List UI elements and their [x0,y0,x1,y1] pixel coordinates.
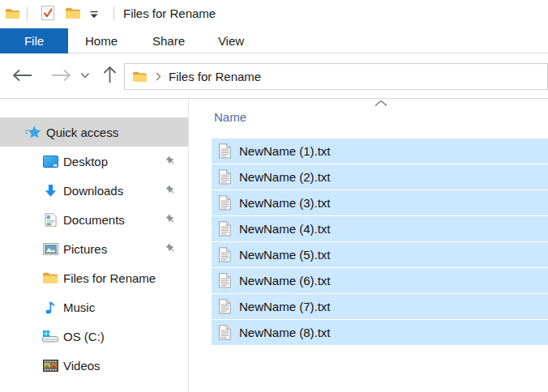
file-name: NewName (3).txt [239,196,331,210]
back-arrow-icon [11,68,33,83]
qat-new-folder-button[interactable] [63,5,83,23]
file-row[interactable]: NewName (3).txt [212,190,548,215]
file-list-pane: Name NewName (1).txt NewName (2).txt New… [190,99,548,392]
qat-properties-button[interactable] [38,5,58,23]
pin-icon [165,243,177,254]
titlebar-separator [27,6,28,21]
file-row[interactable]: NewName (7).txt [212,294,548,319]
file-rows: NewName (1).txt NewName (2).txt NewName … [212,138,548,346]
file-name: NewName (6).txt [239,274,331,288]
sidebar-item-label: Documents [63,213,125,227]
tab-view[interactable]: View [207,28,255,53]
sidebar-item-label: Quick access [46,126,118,139]
film-icon [42,358,58,373]
folder-icon [42,271,58,285]
sidebar-item-videos[interactable]: Videos [0,351,188,380]
up-arrow-icon [102,65,118,84]
text-file-icon [218,195,232,211]
drive-icon [42,329,58,343]
file-name: NewName (4).txt [239,222,331,236]
quick-access-star-icon [25,125,41,139]
titlebar-separator [113,6,114,21]
sidebar-item-documents[interactable]: Documents [0,205,188,234]
sidebar-item-label: Desktop [63,155,108,168]
file-name: NewName (2).txt [239,170,331,184]
address-bar[interactable]: Files for Rename [124,63,548,90]
file-name: NewName (1).txt [239,144,331,158]
pin-icon [165,156,177,167]
sidebar-item-downloads[interactable]: Downloads [0,176,188,205]
pin-icon [165,185,177,196]
sidebar-item-desktop[interactable]: Desktop [0,147,188,176]
content-area: Quick access Desktop [0,98,548,392]
sidebar-item-label: Music [63,300,95,314]
address-folder-icon [132,70,148,83]
sidebar-item-label: OS (C:) [63,330,105,343]
sidebar-item-label: Downloads [63,184,123,198]
sidebar-item-files-for-rename[interactable]: Files for Rename [0,263,188,292]
tab-home[interactable]: Home [77,28,126,53]
ribbon-tab-bar: File Home Share View [0,28,548,53]
sidebar-item-label: Pictures [63,242,107,256]
navigation-toolbar: Files for Rename [0,54,548,98]
breadcrumb-location[interactable]: Files for Rename [169,70,261,83]
music-note-icon [42,300,58,314]
sidebar-item-quick-access[interactable]: Quick access [0,117,188,147]
text-file-icon [218,169,232,185]
document-icon [42,212,58,227]
file-row[interactable]: NewName (5).txt [212,242,548,267]
file-name: NewName (5).txt [239,248,331,262]
picture-icon [42,241,58,256]
chevron-down-icon [80,72,90,79]
text-file-icon [218,299,232,314]
file-row[interactable]: NewName (6).txt [212,268,548,293]
titlebar: Files for Rename [0,0,548,28]
forward-arrow-icon [50,68,72,83]
file-row[interactable]: NewName (8).txt [212,320,548,345]
recent-locations-dropdown[interactable] [80,72,90,79]
breadcrumb-chevron-icon[interactable] [156,72,161,81]
sidebar-item-label: Videos [63,359,101,373]
file-row[interactable]: NewName (1).txt [212,138,548,164]
text-file-icon [218,221,232,236]
qat-customize-dropdown[interactable] [88,9,101,20]
up-button[interactable] [102,65,118,84]
sidebar-item-os-c[interactable]: OS (C:) [0,322,188,351]
text-file-icon [218,325,232,340]
text-file-icon [218,143,232,159]
forward-button[interactable] [50,68,72,83]
file-row[interactable]: NewName (4).txt [212,216,548,241]
text-file-icon [218,273,232,288]
back-button[interactable] [11,68,33,83]
sidebar-item-label: Files for Rename [63,271,156,285]
navigation-pane: Quick access Desktop [0,99,189,392]
file-row[interactable]: NewName (2).txt [212,164,548,190]
folder-icon [65,6,81,19]
sidebar-item-music[interactable]: Music [0,292,188,322]
sort-ascending-icon [373,100,389,107]
column-header-name[interactable]: Name [214,110,246,124]
desktop-icon [42,154,58,168]
sidebar-item-pictures[interactable]: Pictures [0,234,188,263]
file-name: NewName (8).txt [239,326,331,339]
app-folder-icon [5,7,20,20]
checkmark-doc-icon [40,5,56,21]
window-title: Files for Rename [123,6,216,20]
pin-icon [165,214,177,225]
tab-share[interactable]: Share [144,28,193,53]
dropdown-caret-icon [89,11,99,19]
download-arrow-icon [42,183,58,198]
file-explorer-window: Files for Rename File Home Share View [0,0,548,392]
text-file-icon [218,247,232,262]
file-name: NewName (7).txt [239,300,331,313]
tab-file[interactable]: File [0,28,68,53]
